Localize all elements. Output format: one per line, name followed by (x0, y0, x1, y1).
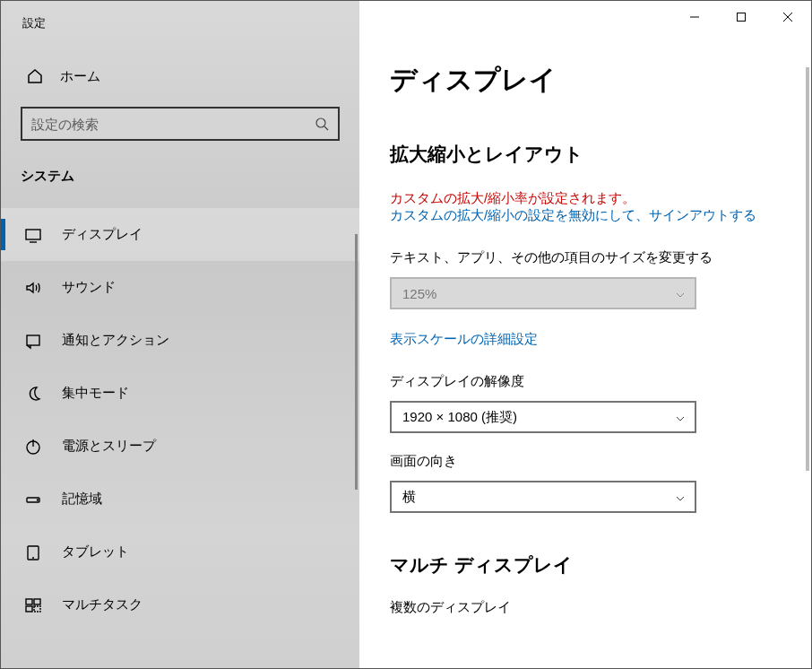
sidebar-item-label: マルチタスク (62, 596, 143, 613)
sidebar-item-label: 集中モード (62, 385, 129, 402)
sidebar-item-storage[interactable]: 記憶域 (1, 473, 359, 526)
svg-rect-17 (26, 606, 32, 612)
app-title: 設定 (1, 1, 359, 31)
focus-icon (24, 385, 42, 403)
resolution-value: 1920 × 1080 (推奨) (402, 409, 517, 426)
chevron-down-icon (675, 491, 686, 502)
sidebar-scrollbar-thumb[interactable] (355, 234, 358, 490)
home-button[interactable]: ホーム (1, 31, 359, 85)
orientation-value: 横 (402, 489, 416, 506)
scale-dropdown: 125% (390, 277, 696, 309)
page-title: ディスプレイ (390, 1, 781, 99)
sidebar-item-focus[interactable]: 集中モード (1, 367, 359, 420)
search-box[interactable] (21, 107, 340, 141)
svg-point-12 (37, 499, 38, 500)
category-heading: システム (1, 141, 359, 185)
size-label: テキスト、アプリ、その他の項目のサイズを変更する (390, 249, 781, 266)
sidebar-item-multitask[interactable]: マルチタスク (1, 578, 359, 631)
sidebar: 設定 ホーム システム (1, 1, 359, 668)
search-icon (315, 117, 329, 131)
content-scrollbar-thumb[interactable] (806, 67, 809, 471)
sidebar-item-label: 通知とアクション (62, 332, 169, 349)
power-icon (24, 438, 42, 456)
svg-rect-6 (26, 230, 40, 239)
sidebar-scrollbar[interactable] (352, 234, 359, 666)
sidebar-list: ディスプレイ サウンド 通知とアクション (1, 208, 359, 631)
sidebar-item-power[interactable]: 電源とスリープ (1, 420, 359, 473)
sidebar-item-label: サウンド (62, 279, 116, 296)
sound-icon (24, 279, 42, 297)
resolution-dropdown[interactable]: 1920 × 1080 (推奨) (390, 401, 696, 433)
content-pane: ディスプレイ 拡大縮小とレイアウト カスタムの拡大/縮小率が設定されます。 カス… (359, 1, 811, 668)
sidebar-item-tablet[interactable]: タブレット (1, 526, 359, 578)
sidebar-item-label: 記憶域 (62, 491, 102, 508)
home-label: ホーム (60, 68, 100, 85)
home-icon (26, 67, 44, 85)
sidebar-item-label: 電源とスリープ (62, 438, 156, 455)
multitask-icon (24, 596, 42, 614)
multidisplay-sublabel: 複数のディスプレイ (390, 599, 781, 616)
svg-rect-16 (34, 599, 40, 604)
scale-value: 125% (402, 286, 436, 301)
resolution-label: ディスプレイの解像度 (390, 373, 781, 390)
sidebar-item-label: タブレット (62, 543, 129, 560)
disable-custom-scale-link[interactable]: カスタムの拡大/縮小の設定を無効にして、サインアウトする (390, 207, 781, 224)
sidebar-item-label: ディスプレイ (62, 226, 143, 243)
storage-icon (24, 491, 42, 508)
search-input[interactable] (31, 117, 315, 132)
orientation-label: 画面の向き (390, 453, 781, 470)
scale-heading: 拡大縮小とレイアウト (390, 142, 781, 167)
svg-rect-8 (27, 335, 39, 345)
tablet-icon (24, 543, 42, 561)
svg-point-4 (316, 118, 325, 127)
orientation-dropdown[interactable]: 横 (390, 481, 696, 513)
chevron-down-icon (675, 412, 686, 422)
settings-window: 設定 ホーム システム (0, 0, 812, 669)
notification-icon (24, 332, 42, 350)
multidisplay-heading: マルチ ディスプレイ (390, 552, 781, 578)
sidebar-item-sound[interactable]: サウンド (1, 261, 359, 314)
content-scrollbar[interactable] (806, 67, 809, 665)
custom-scale-warning: カスタムの拡大/縮小率が設定されます。 (390, 190, 781, 207)
sidebar-item-display[interactable]: ディスプレイ (1, 208, 359, 261)
svg-line-5 (324, 126, 328, 130)
svg-rect-18 (34, 606, 40, 612)
svg-rect-15 (26, 599, 32, 604)
advanced-scale-link[interactable]: 表示スケールの詳細設定 (390, 331, 781, 348)
chevron-down-icon (675, 288, 686, 299)
sidebar-item-notifications[interactable]: 通知とアクション (1, 314, 359, 367)
display-icon (24, 226, 42, 244)
